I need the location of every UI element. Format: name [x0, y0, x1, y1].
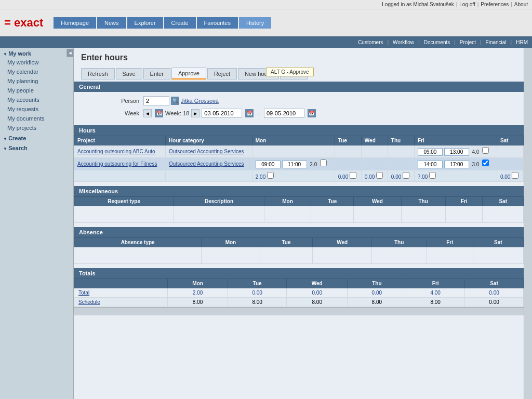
row1-fri-check[interactable]	[482, 147, 489, 154]
total-thu-check[interactable]	[403, 172, 409, 179]
date-to-input[interactable]	[264, 109, 304, 118]
sidebar-item-myplanning[interactable]: My planning	[0, 76, 73, 86]
week-navigator: ◄ 📅 Week: 18 ► 📅 - 📅	[143, 109, 316, 118]
enter-button[interactable]: Enter	[143, 68, 170, 79]
row2-fri-check[interactable]	[482, 159, 489, 166]
total-mon-check[interactable]	[267, 172, 274, 179]
nav-tab-explorer[interactable]: Explorer	[127, 17, 163, 29]
totals-col-thu: Thu	[348, 279, 406, 288]
nav-tab-history[interactable]: History	[239, 17, 271, 29]
total-tue: 0.00	[335, 170, 361, 182]
totals-col-wed: Wed	[287, 279, 348, 288]
week-number: Week: 18	[165, 110, 189, 116]
row2-mon-end[interactable]	[282, 161, 307, 168]
total-thu: 0.00	[388, 170, 414, 182]
second-nav-workflow[interactable]: Workflow	[393, 39, 414, 45]
log-off-link[interactable]: Log off	[459, 2, 475, 7]
row2-sat	[497, 158, 523, 170]
logo: = exact	[4, 16, 43, 30]
row1-wed	[361, 145, 388, 158]
totals-total-fri: 4.00	[406, 288, 465, 298]
row2-wed	[361, 158, 388, 170]
person-name-link[interactable]: Jitka Grossová	[181, 98, 219, 104]
sidebar-item-mycalendar[interactable]: My calendar	[0, 67, 73, 76]
sidebar-section-search[interactable]: Search	[0, 142, 73, 152]
row1-project-link[interactable]: Accounting outsourcing ABC Auto	[77, 149, 155, 154]
second-nav-hrm[interactable]: HRM	[516, 39, 528, 45]
total-fri-check[interactable]	[429, 172, 436, 179]
second-nav: Customers | Workflow | Documents | Proje…	[0, 36, 532, 48]
content-area: Enter hours Refresh Save Enter Approve R…	[74, 48, 524, 399]
nav-tab-favourites[interactable]: Favourites	[197, 17, 238, 29]
row2-thu	[388, 158, 414, 170]
row1-category-link[interactable]: Outsourced Accounting Services	[169, 149, 244, 154]
second-nav-financial[interactable]: Financial	[486, 39, 507, 45]
total-wed-check[interactable]	[376, 172, 383, 179]
totals-total-label[interactable]: Total	[74, 288, 168, 298]
total-sat-check[interactable]	[512, 172, 518, 179]
nav-tab-homepage[interactable]: Homepage	[54, 17, 96, 29]
second-nav-documents[interactable]: Documents	[424, 39, 450, 45]
sidebar-item-mypeople[interactable]: My people	[0, 86, 73, 95]
total-tue-check[interactable]	[350, 172, 356, 179]
hours-table: Project Hour category Mon Tue Wed Thu Fr…	[74, 136, 524, 182]
sidebar-section-mywork[interactable]: My work	[0, 48, 73, 58]
save-button[interactable]: Save	[116, 68, 142, 79]
person-id-input[interactable]	[143, 96, 169, 105]
approve-button[interactable]: Approve	[171, 68, 206, 79]
about-link[interactable]: About	[514, 2, 528, 7]
totals-total-wed: 0.00	[287, 288, 348, 298]
col-tue: Tue	[335, 136, 361, 145]
sidebar-toggle[interactable]: ◄	[66, 49, 74, 57]
preferences-link[interactable]: Preferences	[481, 2, 509, 7]
sidebar-item-myaccounts[interactable]: My accounts	[0, 95, 73, 104]
absence-col-wed: Wed	[313, 238, 371, 247]
week-next-button[interactable]: ►	[191, 109, 200, 117]
date-from-calendar-icon[interactable]: 📅	[245, 109, 254, 117]
misc-empty-row	[74, 206, 524, 223]
sidebar-item-myrequests[interactable]: My requests	[0, 104, 73, 114]
totals-section: Totals Mon Tue Wed Thu Fri Sat Total	[74, 268, 524, 307]
row2-fri-start[interactable]	[418, 161, 443, 168]
bottom-scrollbar[interactable]	[74, 307, 524, 315]
row1-sat	[497, 145, 523, 158]
row1-project: Accounting outsourcing ABC Auto	[74, 145, 166, 158]
week-calendar-icon[interactable]: 📅	[155, 109, 163, 117]
totals-schedule-row: Schedule 8.00 8.00 8.00 8.00 8.00 0.00	[74, 298, 524, 307]
sidebar-item-mydocuments[interactable]: My documents	[0, 114, 73, 123]
second-nav-project[interactable]: Project	[460, 39, 476, 45]
totals-col-sat: Sat	[465, 279, 524, 288]
row2-fri-end[interactable]	[444, 161, 469, 168]
second-nav-customers[interactable]: Customers	[358, 39, 383, 45]
row2-category-link[interactable]: Outsourced Accounting Services	[169, 161, 244, 167]
row2-mon-start[interactable]	[256, 161, 281, 168]
refresh-button[interactable]: Refresh	[81, 68, 115, 79]
toolbar: Refresh Save Enter Approve Reject New ho…	[74, 65, 524, 82]
logged-in-text: Logged in as Michal Svatoušek	[382, 2, 454, 7]
person-search-icon[interactable]: 🔍	[171, 97, 179, 105]
row2-project-link[interactable]: Accounting outsourcing for Fitness	[77, 161, 157, 167]
row1-fri-val: 4.0	[472, 149, 479, 155]
right-scrollbar[interactable]	[524, 48, 532, 399]
table-row: Accounting outsourcing ABC Auto Outsourc…	[74, 145, 524, 158]
week-prev-button[interactable]: ◄	[143, 109, 152, 117]
totals-schedule-label[interactable]: Schedule	[74, 298, 168, 307]
misc-col-thu: Thu	[401, 197, 445, 206]
sidebar-item-myworkflow[interactable]: My workflow	[0, 58, 73, 67]
row1-fri-end[interactable]	[444, 148, 469, 156]
nav-tab-create[interactable]: Create	[164, 17, 196, 29]
totals-schedule-thu: 8.00	[348, 298, 406, 307]
sidebar-section-create[interactable]: Create	[0, 132, 73, 142]
date-to-calendar-icon[interactable]: 📅	[308, 109, 316, 117]
row2-mon-check[interactable]	[320, 159, 327, 166]
reject-button[interactable]: Reject	[207, 68, 237, 79]
sidebar-item-myprojects[interactable]: My projects	[0, 123, 73, 132]
row1-fri-start[interactable]	[418, 148, 443, 156]
misc-table: Request type Description Mon Tue Wed Thu…	[74, 196, 524, 223]
date-from-input[interactable]	[202, 109, 242, 118]
totals-schedule-mon: 8.00	[168, 298, 228, 307]
absence-col-thu: Thu	[371, 238, 427, 247]
hours-table-header-row: Project Hour category Mon Tue Wed Thu Fr…	[74, 136, 524, 145]
nav-tab-news[interactable]: News	[97, 17, 126, 29]
totals-section-header: Totals	[74, 268, 524, 278]
